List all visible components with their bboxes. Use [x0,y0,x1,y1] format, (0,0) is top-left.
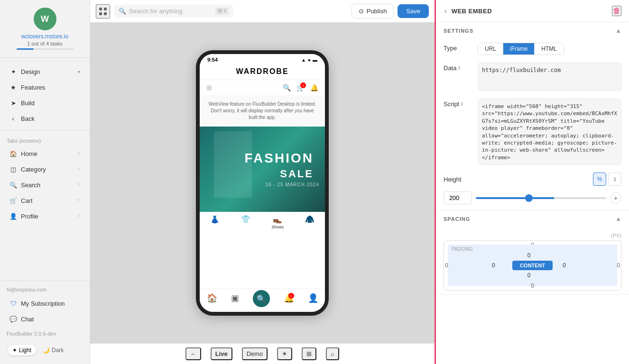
drag-handle-icon[interactable]: ⠿ [77,198,80,203]
sidebar-item-back[interactable]: ‹ Back [3,111,87,126]
zoom-icon: ⌕ [331,350,334,357]
phone-nav-home[interactable]: 🏠 [207,293,217,310]
drag-handle-icon[interactable]: ⠿ [77,167,80,172]
live-button[interactable]: Live [211,347,232,360]
sun-icon: ✦ [12,347,17,354]
script-textarea[interactable]: <iframe width="560" height="315" src="ht… [478,99,621,165]
drag-handle-icon[interactable]: ⠿ [77,151,80,156]
padding-label: PADDING [452,246,473,252]
sidebar-divider-1 [0,57,90,58]
drag-handle-icon[interactable]: ⠿ [77,214,80,219]
demo-button[interactable]: Demo [242,347,268,360]
sidebar-tab-label-home: Home [21,150,37,157]
sidebar: W wclovers.mstore.io 1 out of 4 tasks ✦ … [0,0,90,364]
padding-top-input[interactable] [523,252,542,259]
script-info-icon[interactable]: ℹ [461,101,463,107]
height-unit-percent-button[interactable]: % [593,173,606,186]
height-row: Height % ↕ [436,169,629,190]
settings-section-header[interactable]: SETTINGS ▲ [436,22,629,39]
content-button[interactable]: CONTENT [512,261,553,270]
data-row: Data ℹ https://fluxbuilder.com [436,59,629,95]
padding-left-input[interactable] [488,262,507,269]
phone-nav-notification-wrapper[interactable]: 🔔 1 [284,293,294,310]
chat-icon: 💬 [9,315,17,323]
phone-nav-fab[interactable]: 🔍 [253,293,270,310]
spacing-section: SPACING ▲ (PX) 0 0 0 PADDING [436,210,629,295]
padding-right-input[interactable] [558,262,577,269]
panel-back-button[interactable]: ‹ [444,6,448,16]
sun-button[interactable]: ☀ [277,347,292,360]
main-toolbar: 🔍 Search for anything ⌘ F ⊙ Publish Save [90,0,435,23]
sidebar-tab-home[interactable]: 🏠 Home ⠿ [3,146,87,161]
data-info-icon[interactable]: ℹ [458,65,460,71]
phone-store-name: WARDROBE [200,65,325,80]
nav-back-button[interactable]: ← [185,347,201,360]
grid-view-icon: ⊞ [306,350,312,357]
phone-tab-shoes[interactable]: 👞 Shoes [272,215,284,229]
script-row: Script ℹ <iframe width="560" height="315… [436,95,629,169]
height-slider[interactable] [476,197,606,199]
tabs-section-label: Tabs (screens) [0,134,90,146]
sidebar-item-design[interactable]: ✦ Design ▾ [3,64,87,79]
padding-bottom-input[interactable] [523,272,542,279]
sun-icon: ☀ [282,350,287,357]
phone-time: 9:54 [207,57,218,63]
publish-button[interactable]: ⊙ Publish [352,4,394,18]
spacing-section-header[interactable]: SPACING ▲ [436,210,629,227]
type-iframe-button[interactable]: iFrame [503,43,535,55]
sidebar-item-label-design: Design [21,68,40,75]
phone-tab-all[interactable]: 👗 [210,215,220,229]
height-plus-button[interactable]: + [610,192,621,204]
sidebar-item-features[interactable]: ★ Features [3,80,87,95]
chevron-down-icon: ▾ [78,69,80,74]
data-textarea[interactable]: https://fluxbuilder.com [478,63,621,91]
phone-tab-shoes-icon: 👞 [273,215,282,224]
phone-tab-jacket[interactable]: 🧥 [305,215,314,229]
sidebar-tab-search[interactable]: 🔍 Search ⠿ [3,177,87,192]
phone-tab-shirt[interactable]: 👕 [241,215,250,229]
sidebar-bottom: hi@inspireui.com 🛡 My Subscription 💬 Cha… [0,281,90,364]
height-value-input[interactable] [444,191,472,204]
drag-handle-icon[interactable]: ⠿ [77,182,80,188]
sidebar-item-label-back: Back [21,115,35,122]
zoom-button[interactable]: ⌕ [326,347,339,360]
home-icon: 🏠 [9,150,17,157]
height-unit-px-button[interactable]: ↕ [608,173,621,186]
sidebar-tab-label-cart: Cart [21,197,33,204]
search-placeholder: Search for anything [129,8,183,15]
phone-bell-icon: 🔔 [310,84,318,91]
search-bar[interactable]: 🔍 Search for anything ⌘ F [114,5,233,18]
phone-image-fashion: FASHIONSALE [245,151,319,181]
phone-tab-jacket-icon: 🧥 [305,215,314,224]
sidebar-item-label-chat: Chat [21,316,34,323]
features-icon: ★ [9,83,17,91]
type-html-button[interactable]: HTML [535,43,564,55]
back-arrow-icon: ← [190,350,196,357]
phone-fab-button[interactable]: 🔍 [253,290,270,307]
sidebar-tab-profile[interactable]: 👤 Profile ⠿ [3,209,87,224]
signal-icon: ● [308,57,311,63]
sidebar-tab-category[interactable]: ◫ Category ⠿ [3,162,87,177]
sidebar-divider-2 [0,130,90,130]
type-url-button[interactable]: URL [478,43,503,55]
sidebar-subscription[interactable]: 🛡 My Subscription [3,296,87,311]
theme-dark-button[interactable]: 🌙 Dark [38,345,68,355]
sidebar-item-build[interactable]: ➤ Build [3,95,87,110]
save-button[interactable]: Save [398,4,429,18]
domain-label[interactable]: wclovers.mstore.io [21,33,68,40]
panel-delete-button[interactable]: 🗑 [612,6,621,16]
grid-menu-button[interactable] [96,4,110,18]
category-icon: ◫ [9,165,17,173]
phone-nav-profile[interactable]: ▣ [231,293,239,310]
theme-light-button[interactable]: ✦ Light [8,345,36,355]
phone-nav-profile-icon: ▣ [231,293,239,303]
sidebar-chat[interactable]: 💬 Chat [3,311,87,327]
panel-title: WEB EMBED [452,8,492,15]
build-icon: ➤ [9,99,17,107]
avatar: W [34,8,56,30]
sidebar-tab-cart[interactable]: 🛒 Cart ⠿ [3,193,87,208]
phone-nav-user[interactable]: 👤 [308,293,318,310]
grid-view-button[interactable]: ⊞ [302,347,316,360]
bottom-toolbar: ← Live Demo ☀ ⊞ ⌕ [90,343,435,364]
svg-rect-2 [99,12,102,15]
